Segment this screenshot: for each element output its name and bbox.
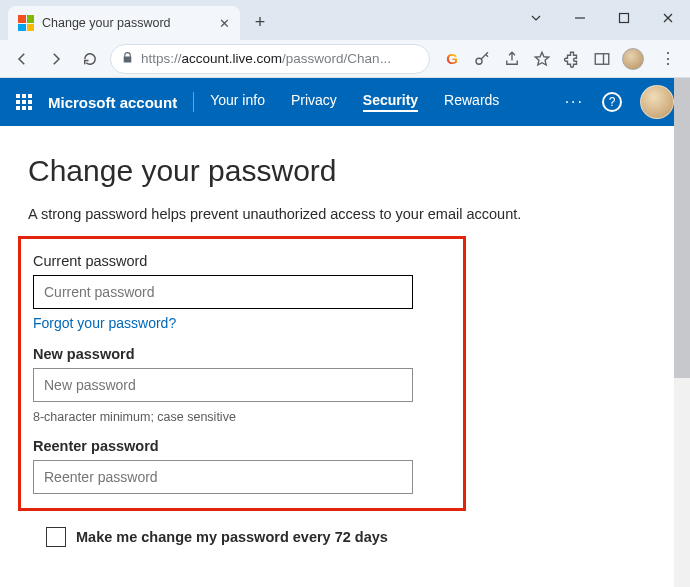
window-maximize-icon[interactable] <box>602 3 646 33</box>
toolbar-icons: G ⋮ <box>442 48 682 70</box>
tab-close-icon[interactable]: ✕ <box>219 16 230 31</box>
key-icon[interactable] <box>472 49 492 69</box>
current-password-input[interactable] <box>33 275 413 309</box>
nav-rewards[interactable]: Rewards <box>444 92 499 112</box>
extensions-icon[interactable] <box>562 49 582 69</box>
nav-your-info[interactable]: Your info <box>210 92 265 112</box>
svg-point-1 <box>476 58 482 64</box>
google-icon[interactable]: G <box>442 49 462 69</box>
forgot-password-link[interactable]: Forgot your password? <box>33 315 176 331</box>
current-password-label: Current password <box>33 253 451 269</box>
lock-icon <box>121 50 134 68</box>
password-hint: 8-character minimum; case sensitive <box>33 410 451 424</box>
vertical-scrollbar[interactable] <box>674 78 690 587</box>
tab-title: Change your password <box>42 16 211 30</box>
url-text: https://account.live.com/password/Chan..… <box>141 51 391 66</box>
checkbox-row: Make me change my password every 72 days <box>46 527 646 547</box>
window-controls <box>514 0 690 33</box>
highlighted-form-region: Current password Forgot your password? N… <box>18 236 466 511</box>
microsoft-favicon <box>18 15 34 31</box>
new-tab-button[interactable]: + <box>246 8 274 36</box>
expire-password-checkbox[interactable] <box>46 527 66 547</box>
forward-button[interactable] <box>42 45 70 73</box>
share-icon[interactable] <box>502 49 522 69</box>
back-button[interactable] <box>8 45 36 73</box>
address-bar[interactable]: https://account.live.com/password/Chan..… <box>110 44 430 74</box>
svg-rect-2 <box>595 53 609 64</box>
window-chevron-icon[interactable] <box>514 3 558 33</box>
reenter-password-label: Reenter password <box>33 438 451 454</box>
nav-separator <box>193 92 194 112</box>
brand-label[interactable]: Microsoft account <box>48 94 177 111</box>
app-launcher-icon[interactable] <box>16 94 32 110</box>
page-subtext: A strong password helps prevent unauthor… <box>28 206 646 222</box>
browser-tabstrip: Change your password ✕ + <box>0 0 690 40</box>
new-password-input[interactable] <box>33 368 413 402</box>
star-icon[interactable] <box>532 49 552 69</box>
svg-rect-0 <box>620 14 629 23</box>
nav-security[interactable]: Security <box>363 92 418 112</box>
expire-password-label: Make me change my password every 72 days <box>76 529 388 545</box>
scrollbar-thumb[interactable] <box>674 78 690 378</box>
help-icon[interactable]: ? <box>602 92 622 112</box>
profile-avatar[interactable] <box>640 85 674 119</box>
nav-links: Your info Privacy Security Rewards <box>210 92 499 112</box>
window-close-icon[interactable] <box>646 3 690 33</box>
site-header: Microsoft account Your info Privacy Secu… <box>0 78 690 126</box>
nav-more-icon[interactable]: ··· <box>565 93 584 111</box>
profile-avatar-small[interactable] <box>622 48 644 70</box>
page-content: Change your password A strong password h… <box>0 126 674 557</box>
nav-privacy[interactable]: Privacy <box>291 92 337 112</box>
page-viewport: Change your password A strong password h… <box>0 126 674 587</box>
reenter-password-input[interactable] <box>33 460 413 494</box>
browser-toolbar: https://account.live.com/password/Chan..… <box>0 40 690 78</box>
window-minimize-icon[interactable] <box>558 3 602 33</box>
new-password-label: New password <box>33 346 451 362</box>
page-title: Change your password <box>28 154 646 188</box>
browser-tab[interactable]: Change your password ✕ <box>8 6 240 40</box>
kebab-menu-icon[interactable]: ⋮ <box>654 49 682 68</box>
reload-button[interactable] <box>76 45 104 73</box>
panel-icon[interactable] <box>592 49 612 69</box>
